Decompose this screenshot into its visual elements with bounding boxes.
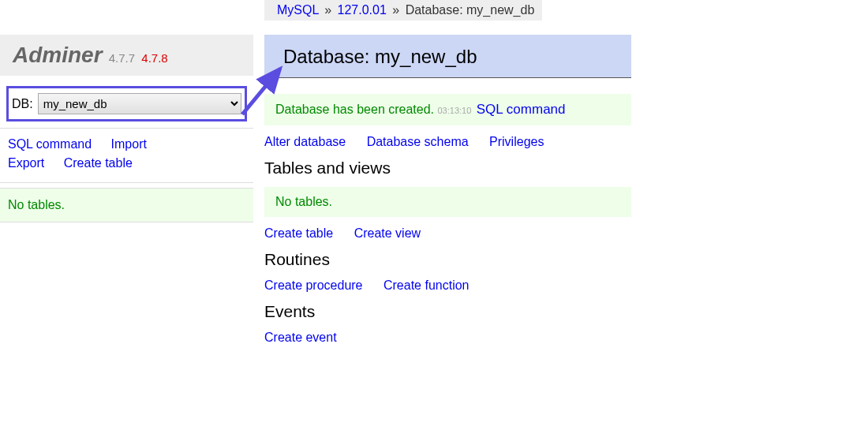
version-new-link[interactable]: 4.7.8 [141,51,167,65]
no-tables-notice: No tables. [264,187,631,217]
routines-heading: Routines [264,250,631,269]
product-name: Adminer [13,43,103,67]
sidebar-links: SQL command Import Export Create table [0,135,253,179]
sidebar-no-tables: No tables. [0,188,253,222]
message-text: Database has been created. [275,103,434,116]
divider [0,128,253,129]
tables-heading: Tables and views [264,159,631,178]
db-select[interactable]: my_new_db [38,93,241,114]
database-schema-link[interactable]: Database schema [367,135,469,149]
alter-database-link[interactable]: Alter database [264,135,346,149]
privileges-link[interactable]: Privileges [489,135,544,149]
create-table-link[interactable]: Create table [264,226,333,241]
table-action-links: Create table Create view [264,226,631,241]
db-select-highlight: DB: my_new_db [6,86,247,121]
sql-command-link[interactable]: SQL command [8,135,92,154]
breadcrumb-server-type[interactable]: MySQL [277,3,319,17]
message-sql-link[interactable]: SQL command [477,102,566,117]
breadcrumb-host[interactable]: 127.0.01 [338,3,387,17]
divider [0,182,253,183]
breadcrumb-current: Database: my_new_db [406,3,535,17]
routine-action-links: Create procedure Create function [264,278,631,293]
create-view-link[interactable]: Create view [354,226,421,241]
page-title: Database: my_new_db [283,46,623,68]
db-action-links: Alter database Database schema Privilege… [264,135,631,149]
logo-bar: Adminer 4.7.7 4.7.8 [0,35,253,77]
message-time: 03:13:10 [437,106,471,115]
breadcrumb-sep: » [392,3,399,17]
events-heading: Events [264,302,631,321]
success-message: Database has been created. 03:13:10 SQL … [264,94,631,125]
create-function-link[interactable]: Create function [383,278,470,293]
export-link[interactable]: Export [8,154,44,173]
breadcrumb: MySQL » 127.0.01 » Database: my_new_db [264,0,542,21]
import-link[interactable]: Import [111,135,147,154]
db-select-label: DB: [12,97,33,111]
create-table-link[interactable]: Create table [64,154,133,173]
create-event-link[interactable]: Create event [264,331,337,345]
version-current: 4.7.7 [109,51,135,65]
main: Database: my_new_db Database has been cr… [264,35,631,354]
breadcrumb-sep: » [324,3,331,17]
event-action-links: Create event [264,331,631,345]
sidebar: Adminer 4.7.7 4.7.8 DB: my_new_db SQL co… [0,35,253,222]
create-procedure-link[interactable]: Create procedure [264,278,363,293]
content: Database has been created. 03:13:10 SQL … [264,78,631,345]
page-heading-bar: Database: my_new_db [264,35,631,78]
